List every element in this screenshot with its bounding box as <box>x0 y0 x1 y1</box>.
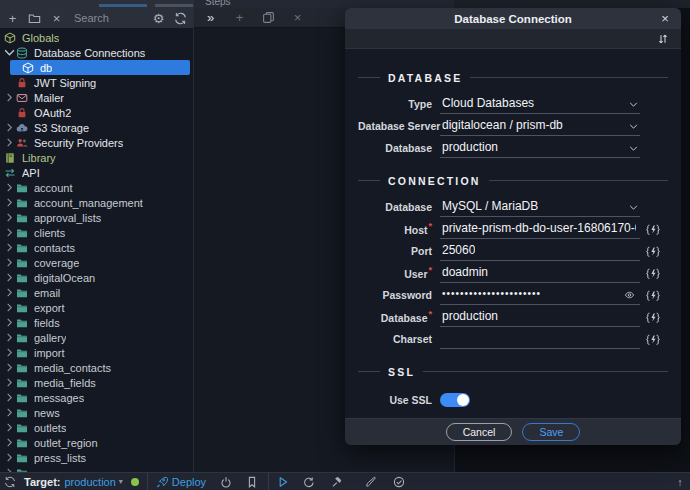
rocket-icon[interactable] <box>156 476 168 488</box>
sidebar-item-jwt-signing[interactable]: JWT Signing <box>0 75 193 90</box>
chevron-down-icon[interactable] <box>629 102 638 107</box>
search-input[interactable] <box>72 11 143 25</box>
save-button[interactable]: Save <box>522 423 580 441</box>
field-control[interactable]: private-prism-db-do-user-16806170-0.c.db… <box>440 219 640 239</box>
sidebar-item-db[interactable]: db <box>10 60 190 75</box>
check-circle-icon[interactable] <box>393 476 405 488</box>
sidebar-folder-coverage[interactable]: coverage <box>0 255 193 270</box>
play-icon[interactable] <box>277 476 289 488</box>
sidebar-folder-account-management[interactable]: account_management <box>0 195 193 210</box>
folder-icon[interactable] <box>28 12 41 25</box>
sidebar-folder-media-fields[interactable]: media_fields <box>0 375 193 390</box>
chevron-right-icon[interactable] <box>4 438 15 447</box>
binding-icon[interactable] <box>646 268 660 280</box>
add-icon[interactable]: + <box>6 12 19 25</box>
redo-icon[interactable] <box>303 476 315 488</box>
caret-down-icon[interactable]: ▾ <box>119 477 123 486</box>
sidebar-folder-media-contacts[interactable]: media_contacts <box>0 360 193 375</box>
add-step-icon[interactable]: + <box>233 11 246 24</box>
chevron-right-icon[interactable] <box>4 408 15 417</box>
field-control[interactable]: production <box>440 138 640 158</box>
chevron-right-icon[interactable] <box>4 123 15 132</box>
binding-icon[interactable] <box>646 312 660 324</box>
chevron-slot[interactable] <box>4 78 15 87</box>
sync-icon[interactable] <box>174 12 187 25</box>
chevron-right-icon[interactable] <box>4 393 15 402</box>
chevron-down-icon[interactable] <box>629 146 638 151</box>
chevron-right-icon[interactable] <box>4 243 15 252</box>
chevron-right-icon[interactable] <box>4 183 15 192</box>
brush-icon[interactable] <box>365 476 377 488</box>
chevron-right-icon[interactable] <box>4 258 15 267</box>
chevron-right-icon[interactable] <box>4 423 15 432</box>
chevron-right-icon[interactable] <box>4 348 15 357</box>
sidebar-folder-email[interactable]: email <box>0 285 193 300</box>
hammer-icon[interactable] <box>331 476 343 488</box>
chevron-right-icon[interactable] <box>4 303 15 312</box>
field-control[interactable]: production <box>440 307 640 327</box>
binding-icon[interactable] <box>646 246 660 258</box>
chevron-right-icon[interactable] <box>4 288 15 297</box>
sidebar-folder-contacts[interactable]: contacts <box>0 240 193 255</box>
bookmark-icon[interactable] <box>246 476 258 488</box>
copy-icon[interactable] <box>262 11 275 24</box>
sidebar-folder-clients[interactable]: clients <box>0 225 193 240</box>
gear-icon[interactable]: ⚙ <box>152 12 165 25</box>
chevron-right-icon[interactable] <box>4 198 15 207</box>
delete-icon[interactable]: × <box>291 11 304 24</box>
sidebar-item-mailer[interactable]: Mailer <box>0 90 193 105</box>
sidebar-folder-export[interactable]: export <box>0 300 193 315</box>
field-control[interactable]: 25060 <box>440 241 640 261</box>
use-ssl-toggle[interactable] <box>440 393 470 407</box>
sidebar-folder-press-lists[interactable]: press_lists <box>0 450 193 465</box>
target-value[interactable]: production <box>64 476 115 488</box>
sidebar-folder-account[interactable]: account <box>0 180 193 195</box>
chevron-down-icon[interactable] <box>4 48 15 57</box>
cancel-button[interactable]: Cancel <box>446 423 513 441</box>
sidebar-folder-outlets[interactable]: outlets <box>0 420 193 435</box>
sidebar-folder-digitalocean[interactable]: digitalOcean <box>0 270 193 285</box>
field-control[interactable] <box>440 329 640 349</box>
binding-icon[interactable] <box>646 224 660 236</box>
sort-icon[interactable] <box>657 33 669 45</box>
chevron-right-icon[interactable] <box>4 228 15 237</box>
sidebar-item-api[interactable]: API <box>0 165 193 180</box>
chevron-right-icon[interactable] <box>4 333 15 342</box>
chevron-right-icon[interactable] <box>4 453 15 462</box>
sidebar-folder-fields[interactable]: fields <box>0 315 193 330</box>
field-control[interactable]: doadmin <box>440 263 640 283</box>
field-control[interactable]: Cloud Databases <box>440 94 640 114</box>
close-dialog-icon[interactable]: × <box>658 11 672 25</box>
chevron-right-icon[interactable] <box>4 138 15 147</box>
binding-icon[interactable] <box>646 290 660 302</box>
chevron-right-icon[interactable] <box>4 273 15 282</box>
sidebar-folder-approval-lists[interactable]: approval_lists <box>0 210 193 225</box>
sidebar-item-security-providers[interactable]: Security Providers <box>0 135 193 150</box>
close-icon[interactable]: × <box>50 12 63 25</box>
chevron-right-icon[interactable] <box>4 318 15 327</box>
sidebar-item-library[interactable]: Library <box>0 150 193 165</box>
sidebar-folder-messages[interactable]: messages <box>0 390 193 405</box>
chevron-right-icon[interactable] <box>4 213 15 222</box>
deploy-button[interactable]: Deploy <box>172 476 206 488</box>
sidebar-item-globals[interactable]: Globals <box>0 30 193 45</box>
sidebar-folder-news[interactable]: news <box>0 405 193 420</box>
refresh-icon[interactable] <box>4 476 16 488</box>
chevron-slot[interactable] <box>4 108 15 117</box>
sidebar-item-partial[interactable] <box>0 465 193 472</box>
field-control[interactable]: MySQL / MariaDB <box>440 197 640 217</box>
sidebar-item-oauth2[interactable]: OAuth2 <box>0 105 193 120</box>
sidebar-item-s3-storage[interactable]: S3 Storage <box>0 120 193 135</box>
binding-icon[interactable] <box>646 334 660 346</box>
chevron-down-icon[interactable] <box>629 205 638 210</box>
power-icon[interactable] <box>220 476 232 488</box>
chevron-right-icon[interactable] <box>4 93 15 102</box>
field-control[interactable]: digitalocean / prism-db <box>440 116 640 136</box>
field-control[interactable]: •••••••••••••••••••••• <box>440 285 640 305</box>
sidebar-folder-gallery[interactable]: gallery <box>0 330 193 345</box>
chevron-right-icon[interactable] <box>4 378 15 387</box>
eye-icon[interactable] <box>623 290 636 300</box>
up-arrow-icon[interactable]: ↑ <box>674 476 686 488</box>
sidebar-item-database-connections[interactable]: Database Connections <box>0 45 193 60</box>
sidebar-folder-outlet-region[interactable]: outlet_region <box>0 435 193 450</box>
